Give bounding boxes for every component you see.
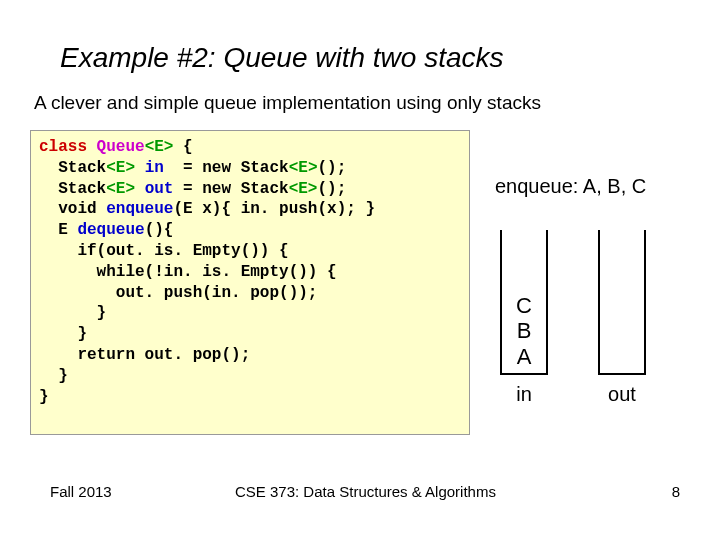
enqueue-annotation: enqueue: A, B, C: [495, 175, 646, 198]
code-token: if(out. is. Empty()) {: [39, 242, 289, 260]
code-token: <E>: [145, 138, 174, 156]
code-token: dequeue: [68, 221, 145, 239]
code-token: E: [39, 221, 68, 239]
stack-out: [598, 230, 646, 375]
stack-in: C B A: [500, 230, 548, 375]
code-token: out. push(in. pop());: [39, 284, 317, 302]
code-token: class: [39, 138, 87, 156]
stack-out-label: out: [608, 383, 636, 406]
code-token: = new Stack: [164, 159, 289, 177]
code-token: void: [39, 200, 97, 218]
code-token: }: [39, 388, 49, 406]
footer-term: Fall 2013: [50, 483, 112, 500]
code-token: (){: [145, 221, 174, 239]
code-token: <E>: [289, 159, 318, 177]
stack-diagram: C B A in out: [500, 230, 646, 406]
code-token: (E x){ in. push(x); }: [173, 200, 375, 218]
code-token: <E>: [106, 159, 135, 177]
code-token: = new Stack: [173, 180, 288, 198]
code-token: in: [135, 159, 164, 177]
code-token: <E>: [289, 180, 318, 198]
code-token: ();: [317, 180, 346, 198]
slide-subtitle: A clever and simple queue implementation…: [34, 92, 541, 114]
code-token: <E>: [106, 180, 135, 198]
code-token: return out. pop();: [39, 346, 250, 364]
code-token: Queue: [87, 138, 145, 156]
code-token: }: [39, 325, 87, 343]
code-token: enqueue: [97, 200, 174, 218]
stack-item: B: [517, 318, 532, 343]
code-block: class Queue<E> { Stack<E> in = new Stack…: [30, 130, 470, 435]
code-token: Stack: [39, 180, 106, 198]
footer-page-number: 8: [672, 483, 680, 500]
code-token: Stack: [39, 159, 106, 177]
code-token: while(!in. is. Empty()) {: [39, 263, 337, 281]
code-token: }: [39, 304, 106, 322]
stack-item: A: [517, 344, 532, 369]
stack-in-wrap: C B A in: [500, 230, 548, 406]
slide-title: Example #2: Queue with two stacks: [60, 42, 504, 74]
stack-out-wrap: out: [598, 230, 646, 406]
code-token: out: [135, 180, 173, 198]
code-token: {: [173, 138, 192, 156]
stack-in-label: in: [516, 383, 532, 406]
footer-course: CSE 373: Data Structures & Algorithms: [235, 483, 496, 500]
code-token: }: [39, 367, 68, 385]
stack-item: C: [516, 293, 532, 318]
code-token: ();: [317, 159, 346, 177]
